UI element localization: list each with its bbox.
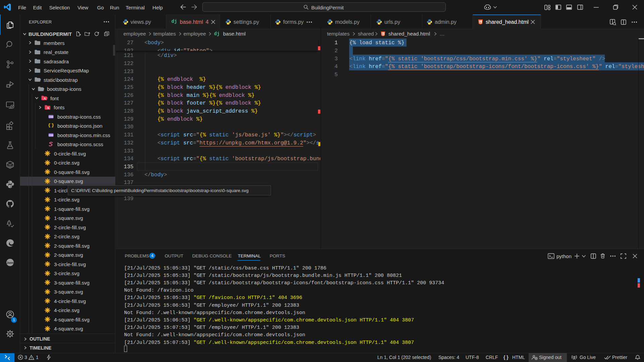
svg-text:CSS: CSS <box>49 134 53 136</box>
svg-text:Json: Json <box>6 261 13 264</box>
svg-text:CSS: CSS <box>49 116 53 118</box>
